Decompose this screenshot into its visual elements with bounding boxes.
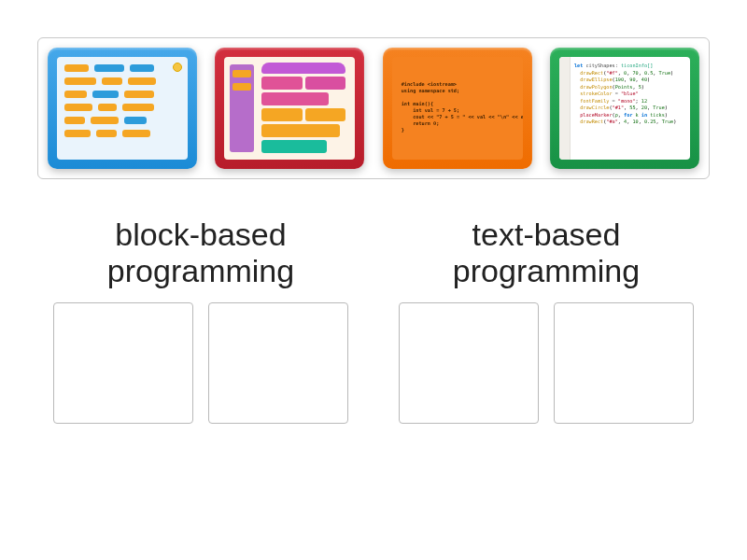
drop-slot[interactable] bbox=[554, 302, 694, 424]
card-image: #include <iostream> using namespace std;… bbox=[392, 57, 523, 160]
card-scratch-palette[interactable] bbox=[48, 48, 197, 169]
drop-slot[interactable] bbox=[53, 302, 193, 424]
category-block-based: block-based programming bbox=[47, 217, 355, 424]
category-title: block-based programming bbox=[47, 217, 355, 289]
code-snippet: let cityShapes: ticonInfo[] drawRect("#f… bbox=[574, 63, 676, 126]
cards-tray: #include <iostream> using namespace std;… bbox=[37, 37, 710, 179]
categories-row: block-based programming text-based progr… bbox=[37, 217, 710, 424]
card-scratch-script[interactable] bbox=[215, 48, 364, 169]
code-snippet: #include <iostream> using namespace std;… bbox=[402, 81, 523, 133]
card-ide-code[interactable]: let cityShapes: ticonInfo[] drawRect("#f… bbox=[550, 48, 699, 169]
card-image bbox=[224, 57, 355, 160]
category-text-based: text-based programming bbox=[392, 217, 700, 424]
category-title: text-based programming bbox=[392, 217, 700, 289]
card-c-code[interactable]: #include <iostream> using namespace std;… bbox=[383, 48, 532, 169]
card-image: let cityShapes: ticonInfo[] drawRect("#f… bbox=[559, 57, 690, 160]
drop-slot[interactable] bbox=[399, 302, 539, 424]
activity-stage: #include <iostream> using namespace std;… bbox=[0, 0, 747, 424]
drop-slot[interactable] bbox=[208, 302, 348, 424]
card-image bbox=[57, 57, 188, 160]
